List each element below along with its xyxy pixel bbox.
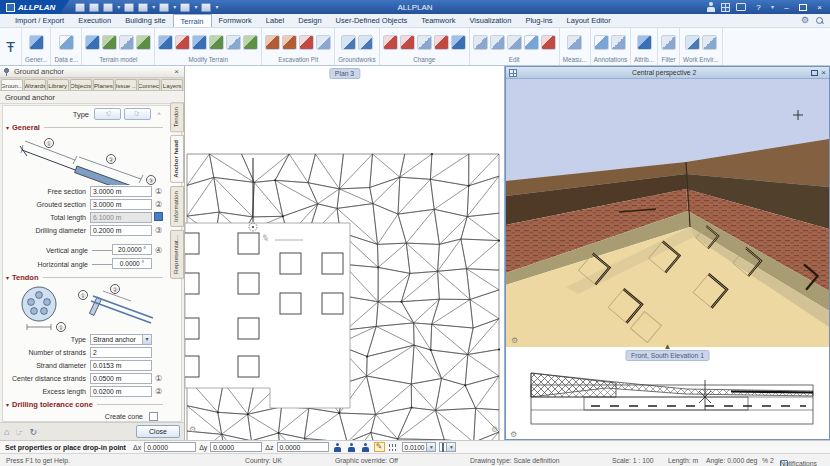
work-environment-icon[interactable] bbox=[685, 35, 700, 50]
snap-spacing-icon[interactable] bbox=[388, 442, 399, 452]
free-section-input[interactable]: 3.0000 m bbox=[90, 186, 152, 197]
terrain-mesh-icon[interactable] bbox=[136, 35, 151, 50]
match-icon[interactable] bbox=[451, 35, 466, 50]
apply-hand-icon[interactable]: ☞ bbox=[15, 427, 23, 437]
restore-button[interactable] bbox=[799, 4, 807, 11]
terrain-points-icon[interactable] bbox=[102, 35, 117, 50]
undo-icon[interactable] bbox=[138, 3, 148, 12]
modify-boundary-icon[interactable] bbox=[209, 35, 224, 50]
status-zoom[interactable]: % 2 bbox=[762, 457, 774, 464]
close-viewport-icon[interactable]: × bbox=[821, 69, 826, 77]
viewport-options-gear-icon[interactable]: ⚙ bbox=[491, 426, 498, 434]
track-tracing-icon[interactable]: ✎ bbox=[374, 442, 385, 452]
dy-input[interactable]: 0.0000 bbox=[210, 442, 262, 452]
palette-tab-library[interactable]: Library bbox=[47, 79, 69, 90]
print-icon[interactable] bbox=[124, 3, 134, 12]
user-account-icon[interactable] bbox=[706, 2, 715, 12]
terrain-main-icon[interactable]: Ŧ bbox=[0, 28, 22, 65]
terrain-section-icon[interactable] bbox=[226, 35, 241, 50]
open-project-icon[interactable] bbox=[89, 3, 99, 12]
modify-points-icon[interactable] bbox=[158, 35, 173, 50]
tab-plug-ins[interactable]: Plug-ins bbox=[518, 14, 559, 27]
palette-close-icon[interactable]: × bbox=[172, 67, 181, 76]
plan-viewport[interactable]: Plan 3 ✎ bbox=[185, 66, 505, 440]
palette-tab-issue[interactable]: Issue ... bbox=[115, 79, 137, 90]
close-button[interactable]: × bbox=[813, 3, 826, 12]
modify-mesh-icon[interactable] bbox=[175, 35, 190, 50]
status-angle[interactable]: Angle: 0.000 deg bbox=[706, 457, 757, 464]
tab-import-export[interactable]: Import / Export bbox=[8, 14, 71, 27]
shop-icon[interactable] bbox=[736, 3, 746, 11]
settings-gear-icon[interactable]: ⚙ bbox=[801, 16, 809, 25]
digital-terrain-model-icon[interactable] bbox=[85, 35, 100, 50]
tab-building-site[interactable]: Building site bbox=[118, 14, 172, 27]
caret-icon[interactable]: ▾ bbox=[194, 4, 197, 10]
home-icon[interactable]: ⌂ bbox=[4, 427, 9, 437]
elevation-panel[interactable]: ▲ Front, South Elevation 1 bbox=[506, 347, 829, 439]
grid-snap-dropdown[interactable]: ▾ bbox=[439, 442, 456, 452]
palette-tab-connect[interactable]: Connect bbox=[138, 79, 160, 90]
pit-outline-icon[interactable] bbox=[299, 35, 314, 50]
palette-tab-layers[interactable]: Layers bbox=[161, 79, 183, 90]
status-scale[interactable]: Scale: 1 : 100 bbox=[612, 457, 654, 464]
tab-visualization[interactable]: Visualization bbox=[462, 14, 518, 27]
scale-icon[interactable] bbox=[524, 35, 539, 50]
drilling-diameter-input[interactable]: 0.2000 m bbox=[90, 225, 152, 236]
save-icon[interactable] bbox=[103, 3, 113, 12]
viewport-options-gear-icon[interactable]: ⚙ bbox=[189, 426, 196, 434]
excess-length-input[interactable]: 0.0200 m bbox=[90, 386, 152, 397]
smooth-terrain-icon[interactable] bbox=[243, 35, 258, 50]
tab-terrain[interactable]: Terrain bbox=[173, 14, 212, 27]
maximize-viewport-icon[interactable] bbox=[811, 70, 818, 76]
tab-teamwork[interactable]: Teamwork bbox=[414, 14, 462, 27]
section-general[interactable]: ▾ General bbox=[3, 121, 166, 133]
plan-viewport-title[interactable]: Plan 3 bbox=[329, 68, 360, 79]
pin-icon[interactable] bbox=[3, 68, 10, 76]
horizontal-angle-value[interactable]: 0.0000 ° bbox=[112, 258, 152, 269]
cursor-snap-icon[interactable] bbox=[360, 442, 371, 452]
pit-modify-icon[interactable] bbox=[316, 35, 331, 50]
attributes-icon[interactable] bbox=[637, 35, 652, 50]
create-cone-checkbox[interactable] bbox=[149, 412, 158, 421]
viewport-options-gear-icon[interactable]: ⚙ bbox=[510, 430, 517, 439]
caret-icon[interactable]: ▾ bbox=[771, 4, 774, 10]
grouted-section-input[interactable]: 3.0000 m bbox=[90, 199, 152, 210]
chevron-down-icon[interactable]: ▾ bbox=[426, 443, 435, 451]
help-button[interactable]: ? bbox=[752, 3, 765, 12]
view-settings-icon[interactable] bbox=[702, 35, 717, 50]
tendon-type-dropdown[interactable]: Strand anchor▾ bbox=[90, 334, 152, 345]
snap-distance-dropdown[interactable]: 0.0100 ▾ bbox=[402, 442, 437, 452]
delete-icon[interactable] bbox=[541, 35, 556, 50]
tab-layout-editor[interactable]: Layout Editor bbox=[560, 14, 618, 27]
vertical-angle-slider[interactable]: 20.0000 ° bbox=[92, 250, 150, 251]
point-snap-icon[interactable] bbox=[332, 442, 343, 452]
perspective-viewport[interactable]: Central perspective 2 × bbox=[505, 66, 830, 440]
side-tab-information[interactable]: Information bbox=[170, 186, 184, 227]
tab-formwork[interactable]: Formwork bbox=[212, 14, 259, 27]
terrain-info-icon[interactable] bbox=[119, 35, 134, 50]
soil-nail-icon[interactable] bbox=[358, 35, 373, 50]
scroll-up-icon[interactable]: ˄ bbox=[154, 111, 164, 117]
side-tab-anchor-head[interactable]: Anchor head bbox=[170, 135, 184, 183]
anchor-type-button-2[interactable]: ☞ bbox=[124, 108, 151, 120]
abc-text-icon[interactable] bbox=[594, 35, 609, 50]
reset-icon[interactable]: ↻ bbox=[30, 427, 38, 437]
elevation-title[interactable]: Front, South Elevation 1 bbox=[625, 350, 710, 361]
caret-icon[interactable]: ▾ bbox=[152, 4, 155, 10]
palette-tab-objects[interactable]: Objects bbox=[70, 79, 92, 90]
measure-icon[interactable] bbox=[567, 35, 582, 50]
mirror-icon[interactable] bbox=[507, 35, 522, 50]
palette-tab-planes[interactable]: Planes bbox=[93, 79, 115, 90]
ground-anchor-icon[interactable] bbox=[341, 35, 356, 50]
status-drawing-type[interactable]: Drawing type: Scale definition bbox=[470, 457, 560, 464]
number-of-strands-input[interactable]: 2 bbox=[90, 347, 152, 358]
status-graphic-override[interactable]: Graphic override: Off bbox=[335, 457, 398, 464]
stretch-icon[interactable] bbox=[434, 35, 449, 50]
search-icon[interactable] bbox=[816, 17, 824, 25]
vertical-angle-value[interactable]: 20.0000 ° bbox=[112, 244, 152, 255]
side-tab-tendon[interactable]: Tendon bbox=[170, 102, 184, 132]
general-settings-icon[interactable] bbox=[29, 35, 44, 50]
anchor-type-button-1[interactable]: ☜ bbox=[94, 108, 121, 120]
side-tab-representation[interactable]: Representat... bbox=[170, 230, 184, 279]
line-snap-icon[interactable] bbox=[346, 442, 357, 452]
